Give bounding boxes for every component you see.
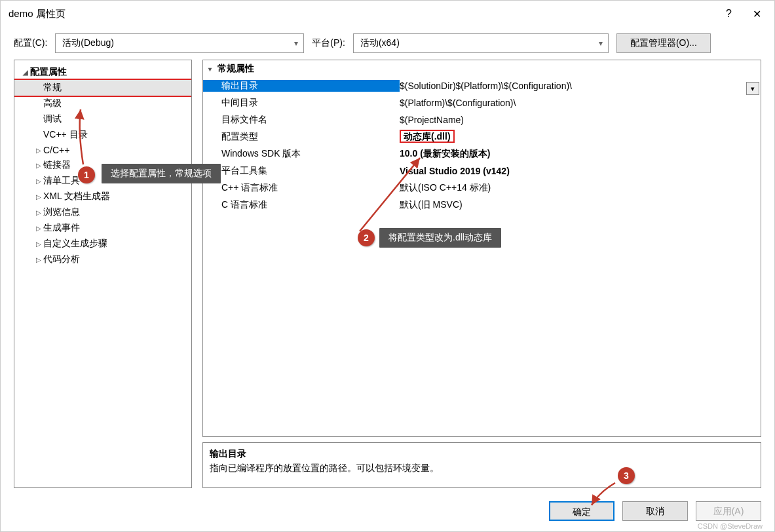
property-name: 输出目录 [203,80,400,92]
tree-item-label: 清单工具 [43,175,80,187]
tree-item-label: 生成事件 [43,222,80,234]
property-name: C 语言标准 [203,199,400,211]
property-row[interactable]: 平台工具集Visual Studio 2019 (v142) [203,162,761,180]
tree-item[interactable]: ▷代码分析 [14,252,191,267]
property-value[interactable]: 默认(旧 MSVC) [400,199,761,211]
annotation-badge-2: 2 [358,229,375,246]
cancel-button[interactable]: 取消 [622,501,688,521]
tree-item-label: 调试 [43,113,62,125]
expand-icon[interactable]: ▷ [34,178,43,185]
config-manager-button[interactable]: 配置管理器(O)... [616,33,711,53]
annotation-badge-1: 1 [78,166,95,183]
tree-item[interactable]: VC++ 目录 [14,127,191,143]
property-value[interactable]: Visual Studio 2019 (v142) [400,166,761,176]
grid-group-header[interactable]: ▾ 常规属性 [203,60,761,77]
tree-item-label: 常规 [43,82,62,94]
property-row[interactable]: C++ 语言标准默认(ISO C++14 标准) [203,180,761,197]
titlebar: demo 属性页 ? ✕ [1,1,774,27]
config-combo[interactable]: 活动(Debug) [55,33,304,53]
close-icon[interactable]: ✕ [747,5,766,23]
expand-icon[interactable]: ▷ [34,162,43,169]
watermark: CSDN @SteveDraw [698,522,763,530]
description-title: 输出目录 [210,448,754,460]
property-row[interactable]: 目标文件名$(ProjectName) [203,111,761,128]
apply-button[interactable]: 应用(A) [696,501,761,521]
platform-label: 平台(P): [312,37,345,49]
tree-item[interactable]: ▷C/C++ [14,143,191,157]
expand-icon[interactable]: ▷ [34,225,43,232]
property-value[interactable]: 默认(ISO C++14 标准) [400,182,761,194]
tree-item[interactable]: ▷浏览信息 [14,204,191,220]
tree-item-label: 自定义生成步骤 [43,238,107,250]
platform-combo[interactable]: 活动(x64) [353,33,609,53]
property-name: 平台工具集 [203,165,400,177]
expand-icon[interactable]: ▷ [34,209,43,216]
tree-item[interactable]: ▷XML 文档生成器 [14,189,191,204]
property-name: C++ 语言标准 [203,182,400,194]
collapse-icon[interactable]: ◢ [21,69,30,76]
config-tree[interactable]: ◢ 配置属性 常规高级调试VC++ 目录▷C/C++▷链接器▷清单工具▷XML … [14,60,192,488]
tree-item-label: 链接器 [43,159,71,171]
tree-item-label: XML 文档生成器 [43,191,110,202]
annotation-badge-3: 3 [618,467,635,484]
config-value: 活动(Debug) [62,37,114,49]
ok-button[interactable]: 确定 [549,501,614,521]
property-name: Windows SDK 版本 [203,148,400,160]
property-value[interactable]: 10.0 (最新安装的版本) [400,148,761,160]
property-name: 配置类型 [203,131,400,143]
tree-item[interactable]: 高级 [14,96,191,111]
help-icon[interactable]: ? [721,5,737,22]
expand-icon[interactable]: ▷ [34,256,43,263]
property-name: 目标文件名 [203,114,400,126]
tree-item-label: 高级 [43,98,62,109]
property-row[interactable]: 配置类型动态库(.dll) [203,128,761,145]
property-value[interactable]: $(Platform)\$(Configuration)\ [400,98,761,108]
tree-item[interactable]: 调试 [14,111,191,127]
property-name: 中间目录 [203,97,400,109]
window-title: demo 属性页 [9,8,721,20]
tree-root-item[interactable]: ◢ 配置属性 [14,64,191,80]
dropdown-icon[interactable]: ▾ [746,82,759,95]
tree-item-label: VC++ 目录 [43,129,88,141]
property-row[interactable]: C 语言标准默认(旧 MSVC) [203,197,761,214]
expand-icon[interactable]: ▷ [34,193,43,200]
tree-item-label: 浏览信息 [43,206,80,218]
tree-item[interactable]: ▷生成事件 [14,220,191,236]
tree-item[interactable]: 常规 [14,80,191,96]
footer: 确定 取消 应用(A) [1,495,774,531]
property-grid[interactable]: ▾ 常规属性 输出目录$(SolutionDir)$(Platform)\$(C… [202,60,761,437]
property-row[interactable]: 中间目录$(Platform)\$(Configuration)\ [203,94,761,111]
description-body: 指向已编译程序的放置位置的路径。可以包括环境变量。 [210,463,754,474]
collapse-icon[interactable]: ▾ [208,66,217,73]
property-row[interactable]: Windows SDK 版本10.0 (最新安装的版本) [203,145,761,162]
property-value[interactable]: 动态库(.dll) [400,131,761,143]
expand-icon[interactable]: ▷ [34,147,43,154]
property-value[interactable]: $(ProjectName) [400,115,761,125]
property-row[interactable]: 输出目录$(SolutionDir)$(Platform)\$(Configur… [203,77,761,94]
config-label: 配置(C): [14,37,47,49]
annotation-callout-2: 将配置类型改为.dll动态库 [379,228,501,248]
annotation-callout-1: 选择配置属性，常规选项 [102,164,221,183]
platform-value: 活动(x64) [360,37,400,49]
property-value[interactable]: $(SolutionDir)$(Platform)\$(Configuratio… [400,81,761,91]
expand-icon[interactable]: ▷ [34,240,43,248]
description-panel: 输出目录 指向已编译程序的放置位置的路径。可以包括环境变量。 [202,442,761,488]
tree-item-label: 代码分析 [43,254,80,265]
tree-item[interactable]: ▷自定义生成步骤 [14,236,191,252]
tree-item-label: C/C++ [43,145,69,155]
toolbar: 配置(C): 活动(Debug) 平台(P): 活动(x64) 配置管理器(O)… [1,27,774,60]
